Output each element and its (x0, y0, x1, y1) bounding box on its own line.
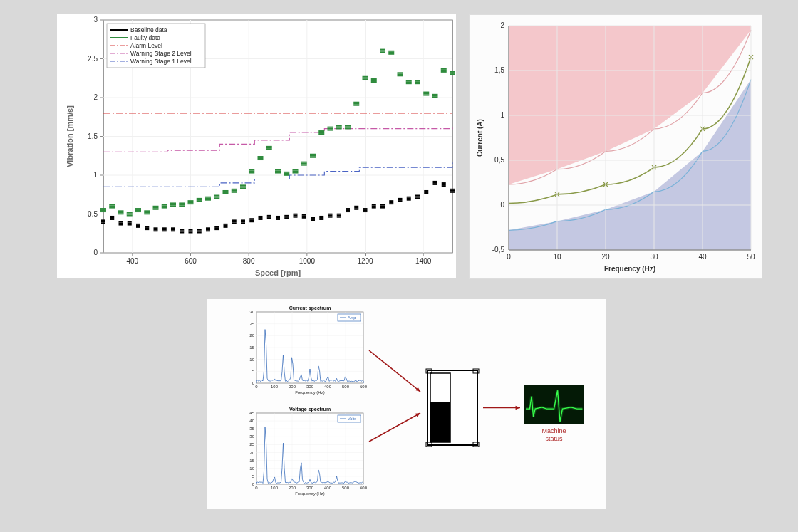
svg-text:1: 1 (500, 111, 504, 119)
svg-rect-194 (188, 200, 194, 202)
svg-rect-115 (311, 219, 315, 221)
svg-rect-170 (118, 210, 124, 212)
svg-rect-232 (293, 172, 299, 174)
svg-rect-87 (232, 221, 237, 222)
svg-text:5: 5 (252, 369, 255, 373)
svg-rect-129 (354, 207, 358, 209)
svg-rect-173 (127, 212, 133, 214)
svg-rect-169 (109, 207, 115, 209)
svg-rect-234 (301, 163, 307, 165)
svg-rect-42 (101, 221, 105, 222)
svg-text:100: 100 (271, 486, 279, 490)
svg-rect-89 (241, 219, 245, 221)
svg-rect-222 (266, 147, 272, 149)
svg-rect-193 (179, 205, 185, 207)
svg-text:10: 10 (249, 358, 254, 362)
svg-rect-189 (170, 204, 176, 205)
svg-text:400: 400 (324, 385, 332, 389)
svg-rect-150 (415, 197, 420, 198)
svg-rect-286 (450, 73, 455, 75)
svg-rect-145 (398, 201, 403, 202)
svg-rect-229 (284, 174, 289, 176)
svg-rect-223 (266, 149, 272, 150)
svg-text:Warning Stage 1 Level: Warning Stage 1 Level (130, 58, 192, 65)
svg-text:300: 300 (306, 385, 314, 389)
svg-text:5: 5 (252, 474, 255, 479)
svg-text:Current spectrum: Current spectrum (289, 306, 331, 311)
figure-canvas: { "chart_data": [ { "id": "vibration", "… (0, 0, 798, 532)
svg-rect-91 (241, 222, 245, 224)
svg-rect-41 (101, 219, 105, 221)
svg-text:0,5: 0,5 (494, 156, 504, 164)
svg-rect-264 (388, 52, 394, 53)
svg-rect-197 (197, 198, 202, 199)
svg-rect-128 (354, 206, 358, 207)
svg-rect-50 (128, 221, 132, 223)
svg-rect-257 (371, 78, 377, 80)
svg-rect-73 (189, 231, 193, 233)
svg-text:30: 30 (249, 434, 254, 439)
svg-rect-205 (214, 198, 219, 199)
svg-text:Alarm Level: Alarm Level (130, 42, 162, 49)
svg-rect-52 (128, 224, 132, 226)
svg-rect-92 (249, 218, 254, 219)
svg-text:100: 100 (271, 385, 279, 389)
svg-rect-65 (171, 227, 175, 229)
svg-rect-251 (353, 102, 359, 103)
svg-rect-185 (162, 204, 167, 206)
svg-rect-77 (206, 227, 210, 229)
svg-rect-43 (101, 222, 105, 224)
svg-rect-237 (310, 155, 316, 157)
svg-rect-239 (318, 130, 324, 132)
svg-rect-118 (319, 219, 323, 220)
svg-text:Frequency (Hz): Frequency (Hz) (295, 491, 324, 496)
svg-rect-277 (423, 95, 429, 96)
svg-text:0: 0 (255, 385, 258, 389)
svg-text:1400: 1400 (415, 257, 432, 265)
svg-rect-60 (154, 229, 158, 230)
svg-rect-201 (205, 198, 211, 199)
svg-rect-86 (232, 219, 237, 221)
svg-rect-247 (336, 127, 342, 129)
svg-rect-166 (100, 211, 106, 212)
svg-rect-244 (328, 130, 333, 131)
svg-rect-283 (441, 71, 447, 73)
svg-rect-216 (249, 171, 254, 172)
svg-text:status: status (545, 435, 563, 442)
svg-text:Warning Stage 2 Level: Warning Stage 2 Level (130, 50, 192, 57)
svg-rect-90 (241, 221, 245, 222)
svg-rect-209 (232, 189, 237, 190)
svg-rect-265 (388, 53, 394, 55)
svg-rect-215 (249, 169, 254, 171)
svg-rect-139 (380, 207, 385, 209)
svg-text:50: 50 (747, 253, 755, 261)
svg-rect-96 (259, 217, 263, 219)
svg-rect-126 (346, 209, 350, 211)
svg-rect-242 (328, 127, 333, 128)
svg-text:20: 20 (249, 451, 254, 455)
svg-rect-273 (415, 81, 420, 83)
svg-rect-151 (415, 198, 420, 199)
legend: Baseline dataFaulty dataAlarm LevelWarni… (107, 24, 205, 68)
svg-rect-158 (442, 182, 446, 184)
svg-rect-208 (223, 193, 229, 194)
svg-text:2: 2 (500, 21, 504, 29)
svg-rect-206 (223, 190, 229, 192)
svg-rect-109 (294, 217, 298, 218)
svg-rect-49 (119, 224, 123, 226)
svg-rect-285 (450, 72, 455, 73)
svg-rect-146 (407, 197, 411, 198)
svg-rect-157 (433, 184, 437, 185)
svg-rect-81 (214, 227, 219, 229)
svg-rect-183 (153, 207, 159, 209)
svg-text:0: 0 (252, 381, 255, 385)
svg-rect-159 (442, 184, 446, 185)
svg-text:0: 0 (500, 201, 504, 209)
svg-rect-227 (284, 172, 289, 173)
svg-rect-210 (232, 190, 237, 192)
svg-rect-181 (144, 213, 150, 214)
svg-rect-172 (118, 213, 124, 214)
svg-rect-84 (224, 225, 228, 226)
svg-rect-74 (197, 229, 202, 230)
svg-rect-121 (328, 217, 333, 218)
